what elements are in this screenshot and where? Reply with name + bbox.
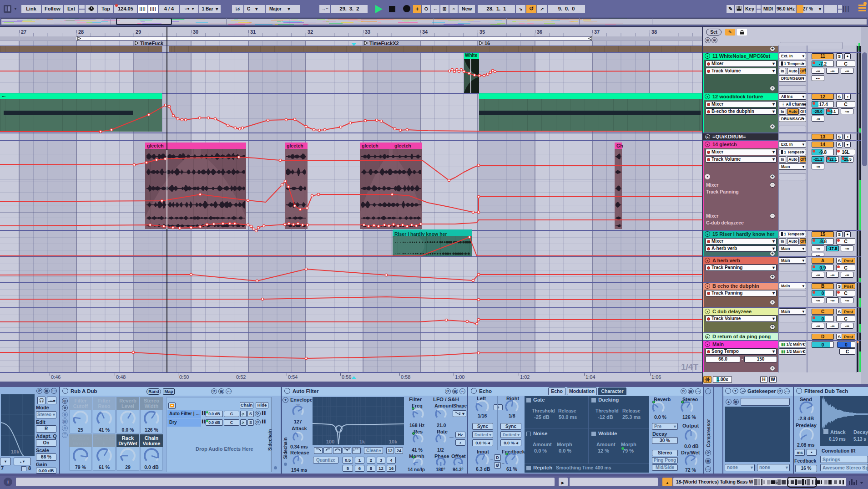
svg-text:1k: 1k <box>359 439 365 444</box>
svg-text:100: 100 <box>326 439 334 444</box>
svg-text:10k: 10k <box>389 439 398 444</box>
svg-text:10k: 10k <box>11 449 20 454</box>
svg-text:LFO: LFO <box>772 481 778 484</box>
